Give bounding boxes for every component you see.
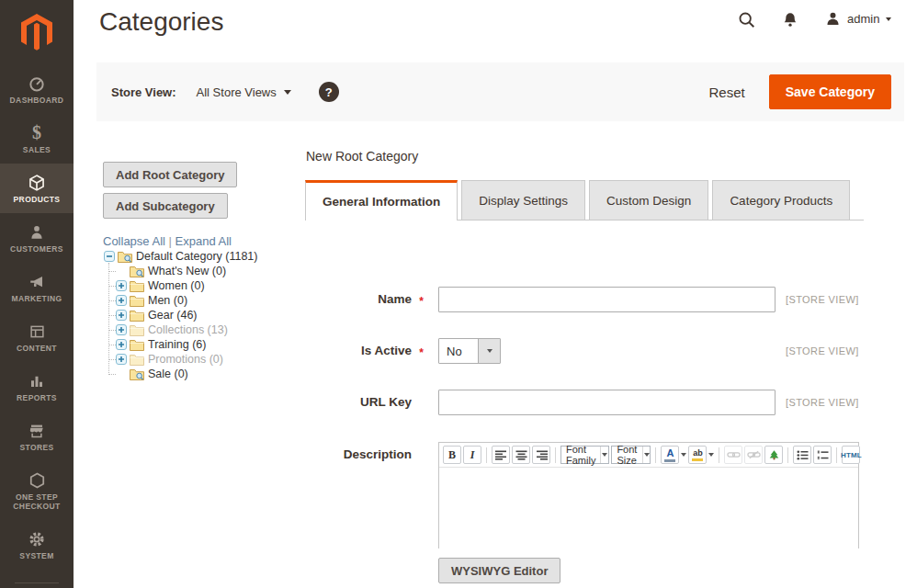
expand-toggle-icon[interactable] — [116, 310, 127, 321]
align-left-icon[interactable] — [492, 446, 510, 464]
chevron-down-icon — [886, 17, 891, 21]
insert-link-icon — [724, 446, 742, 464]
tab-display-settings[interactable]: Display Settings — [461, 180, 585, 220]
wysiwyg-toolbar: B I Font Family — [439, 443, 858, 468]
content-icon — [27, 322, 47, 341]
tree-item-sale[interactable]: Sale (0) — [116, 367, 257, 381]
tab-general-information[interactable]: General Information — [305, 180, 458, 220]
align-right-icon[interactable] — [532, 446, 550, 464]
chevron-down-icon — [642, 447, 651, 463]
sidebar-item-marketing[interactable]: MARKETING — [0, 263, 74, 312]
tree-item-gear[interactable]: Gear (46) — [116, 308, 257, 322]
tree-connector — [116, 368, 127, 379]
search-icon[interactable] — [737, 10, 759, 32]
tab-custom-design[interactable]: Custom Design — [589, 180, 708, 220]
bullet-list-icon[interactable] — [793, 446, 811, 464]
wysiwyg-editor-button[interactable]: WYSIWYG Editor — [438, 558, 560, 583]
add-subcategory-button[interactable]: Add Subcategory — [103, 193, 228, 219]
sidebar-item-dashboard[interactable]: DASHBOARD — [0, 64, 74, 114]
notifications-bell-icon[interactable] — [781, 10, 803, 32]
is-active-select[interactable]: No — [438, 338, 501, 364]
admin-sidebar: DASHBOARD $ SALES PRODUCTS CUSTOMERS — [0, 0, 74, 588]
required-asterisk: * — [419, 340, 424, 366]
tree-item-whats-new[interactable]: What's New (0) — [116, 264, 257, 278]
stores-icon — [27, 422, 47, 440]
expand-toggle-icon[interactable] — [116, 280, 127, 291]
tree-item-training[interactable]: Training (6) — [116, 337, 257, 352]
sidebar-item-sales[interactable]: $ SALES — [0, 114, 74, 164]
store-view-label: Store View: — [111, 85, 176, 99]
tree-item-men[interactable]: Men (0) — [116, 293, 257, 308]
products-icon — [27, 174, 47, 192]
italic-icon[interactable]: I — [463, 446, 481, 464]
category-heading: New Root Category — [306, 149, 418, 164]
category-tabs: General Information Display Settings Cus… — [305, 180, 864, 220]
expand-toggle-icon[interactable] — [116, 354, 127, 365]
magento-logo-icon — [18, 12, 55, 52]
numbered-list-icon[interactable] — [813, 446, 832, 464]
font-family-select[interactable]: Font Family — [560, 446, 609, 464]
sidebar-item-products[interactable]: PRODUCTS — [0, 164, 74, 213]
customers-icon — [27, 223, 47, 242]
text-color-dropdown-icon[interactable] — [681, 446, 686, 464]
collapse-toggle-icon[interactable] — [104, 251, 115, 262]
reports-icon — [27, 372, 47, 390]
highlight-color-icon[interactable]: ab — [688, 446, 707, 464]
sidebar-item-customers[interactable]: CUSTOMERS — [0, 213, 74, 263]
sidebar-item-stores[interactable]: STORES — [0, 412, 74, 461]
expand-toggle-icon[interactable] — [116, 339, 127, 350]
chevron-down-icon — [478, 339, 500, 363]
admin-username: admin — [847, 12, 879, 26]
toolbar-divider — [555, 447, 556, 463]
reset-button[interactable]: Reset — [709, 85, 745, 100]
magento-admin-categories-page: DASHBOARD $ SALES PRODUCTS CUSTOMERS — [0, 0, 917, 588]
sidebar-item-reports[interactable]: REPORTS — [0, 362, 74, 412]
highlight-color-dropdown-icon[interactable] — [708, 446, 714, 464]
save-category-button[interactable]: Save Category — [769, 74, 891, 109]
tree-item-women[interactable]: Women (0) — [116, 278, 257, 293]
help-icon[interactable]: ? — [319, 82, 339, 102]
folder-search-icon — [118, 251, 132, 263]
folder-search-icon — [130, 368, 144, 380]
url-key-label: URL Key — [360, 395, 412, 409]
folder-icon — [130, 354, 144, 366]
insert-image-icon[interactable] — [764, 446, 783, 464]
remove-link-icon — [744, 446, 763, 464]
tab-category-products[interactable]: Category Products — [712, 180, 850, 220]
tree-item-promotions[interactable]: Promotions (0) — [116, 352, 257, 367]
tree-item-default-category[interactable]: Default Category (1181) — [104, 249, 257, 264]
store-view-toolbar: Store View: All Store Views ? Reset Save… — [96, 62, 904, 121]
url-key-input[interactable] — [438, 390, 775, 415]
tree-connector — [116, 266, 127, 277]
add-root-category-button[interactable]: Add Root Category — [103, 162, 237, 187]
sidebar-item-content[interactable]: CONTENT — [0, 312, 74, 362]
tree-item-collections[interactable]: Collections (13) — [116, 322, 257, 337]
links-separator: | — [169, 234, 172, 248]
toolbar-divider — [655, 447, 656, 463]
font-size-select[interactable]: Font Size — [611, 446, 651, 464]
collapse-all-link[interactable]: Collapse All — [103, 234, 165, 248]
magento-logo[interactable] — [0, 0, 74, 64]
expand-toggle-icon[interactable] — [116, 295, 127, 306]
name-input[interactable] — [438, 287, 775, 312]
sidebar-item-one-step-checkout[interactable]: ONE STEP CHECKOUT — [0, 461, 74, 520]
chevron-down-icon — [600, 447, 608, 463]
sales-icon: $ — [27, 124, 47, 142]
description-editor-area[interactable] — [439, 468, 858, 548]
folder-icon — [130, 295, 144, 307]
toolbar-divider — [836, 447, 837, 463]
expand-toggle-icon[interactable] — [116, 324, 127, 335]
tree-expand-links: Collapse All | Expand All — [103, 234, 232, 248]
bold-icon[interactable]: B — [443, 446, 461, 464]
admin-user-menu[interactable]: admin — [825, 10, 891, 28]
align-center-icon[interactable] — [512, 446, 530, 464]
store-view-switcher[interactable]: All Store Views — [197, 85, 291, 99]
html-source-button[interactable]: HTML — [842, 446, 860, 464]
scope-label: [STORE VIEW] — [786, 338, 859, 364]
sidebar-item-system[interactable]: SYSTEM — [0, 520, 74, 570]
folder-icon — [130, 339, 144, 351]
expand-all-link[interactable]: Expand All — [175, 234, 232, 248]
main-area: Categories admin Store View: All Store V… — [74, 0, 917, 588]
text-color-icon[interactable]: A — [661, 446, 679, 464]
marketing-icon — [27, 273, 47, 291]
